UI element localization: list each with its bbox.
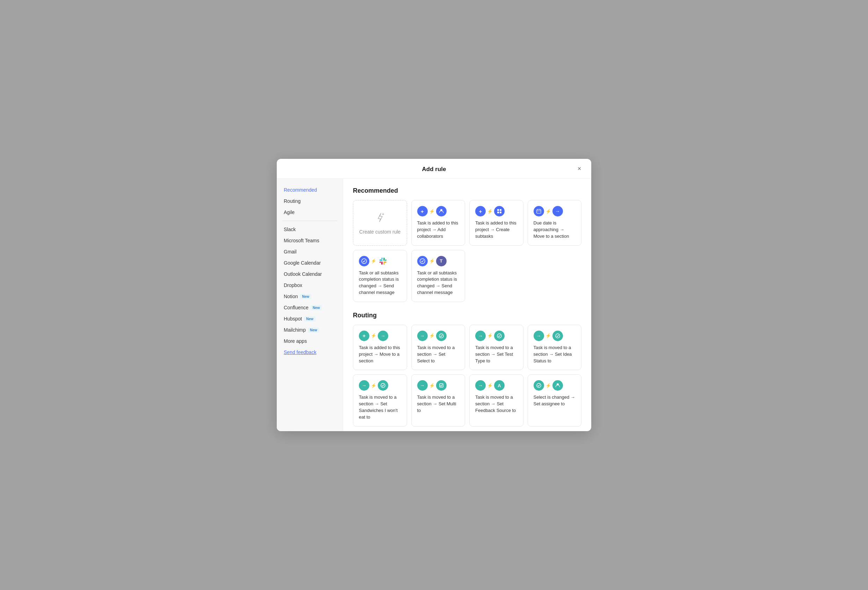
sidebar-item-outlook-calendar[interactable]: Outlook Calendar	[277, 268, 343, 280]
sidebar-item-label: Hubspot	[284, 316, 302, 322]
circle-check-icon	[552, 331, 563, 341]
sidebar-item-label: Recommended	[284, 187, 317, 193]
letter-a-icon: A	[494, 380, 505, 391]
routing-moved-test-type-card[interactable]: → ⚡ Task is moved to a section → Set Tes…	[469, 325, 524, 371]
teams-icon: T	[436, 256, 447, 266]
subtask-icon	[494, 206, 505, 216]
routing-moved-multi-card[interactable]: → ⚡ Task is moved to a section → Set Mul…	[411, 374, 465, 426]
svg-rect-2	[497, 209, 499, 211]
svg-point-14	[556, 334, 560, 338]
svg-point-13	[497, 334, 502, 338]
lightning-icon: ⚡	[371, 258, 376, 263]
routing-task-added-section-card[interactable]: + ⚡ → Task is added to this project → Mo…	[353, 325, 407, 371]
sidebar-item-send-feedback[interactable]: Send feedback	[277, 347, 343, 358]
sidebar-item-google-calendar[interactable]: Google Calendar	[277, 257, 343, 268]
check-icon	[359, 256, 369, 266]
routing-moved-idea-status-card[interactable]: → ⚡ Task is moved to a section → Set Ide…	[528, 325, 582, 371]
arrow-icon: →	[417, 331, 428, 341]
recommended-section-title: Recommended	[353, 187, 582, 194]
routing-moved-feedback-card[interactable]: → ⚡ A Task is moved to a section → Set F…	[469, 374, 524, 426]
sidebar-item-notion[interactable]: Notion New	[277, 291, 343, 302]
card-text: Task is moved to a section → Set Multi t…	[417, 394, 459, 414]
sidebar-item-label: Slack	[284, 227, 296, 232]
svg-text:+: +	[382, 212, 384, 216]
circle-check-icon	[378, 380, 388, 391]
card-text: Task is moved to a section → Set Feedbac…	[475, 394, 518, 414]
check-icon	[417, 256, 428, 266]
sidebar-item-hubspot[interactable]: Hubspot New	[277, 313, 343, 324]
lightning-icon: ⚡	[545, 209, 551, 214]
card-icons: → ⚡	[417, 380, 459, 391]
svg-point-11	[420, 259, 425, 263]
arrow-icon: →	[552, 206, 563, 216]
svg-rect-4	[497, 212, 499, 213]
sidebar-item-recommended[interactable]: Recommended	[277, 184, 343, 196]
sidebar-item-confluence[interactable]: Confluence New	[277, 302, 343, 313]
calendar-icon	[534, 206, 544, 216]
create-custom-rule-card[interactable]: + Create custom rule	[353, 200, 407, 246]
card-icons: + ⚡ →	[359, 331, 401, 341]
lightning-icon: ⚡	[545, 383, 551, 388]
sidebar-item-mailchimp[interactable]: Mailchimp New	[277, 324, 343, 335]
card-icons: ⚡	[534, 380, 576, 391]
new-badge: New	[304, 316, 316, 322]
routing-moved-sandwiches-card[interactable]: → ⚡ Task is moved to a section → Set San…	[353, 374, 407, 426]
new-badge: New	[311, 305, 322, 310]
card-text: Task is added to this project → Add coll…	[417, 220, 459, 240]
recommended-cards-grid: + Create custom rule + ⚡	[353, 200, 582, 302]
sidebar-item-label: Confluence	[284, 305, 309, 310]
lightning-icon: ⚡	[487, 383, 493, 388]
routing-moved-select-card[interactable]: → ⚡ Task is moved to a section → Set Sel…	[411, 325, 465, 371]
card-text: Task is moved to a section → Set Idea St…	[534, 344, 576, 365]
due-date-section-card[interactable]: ⚡ → Due date is approaching → Move to a …	[528, 200, 582, 246]
subtasks-slack-card[interactable]: ⚡	[353, 250, 407, 302]
card-text: Task is added to this project → Move to …	[359, 344, 401, 365]
card-text: Task is added to this project → Create s…	[475, 220, 518, 240]
close-button[interactable]: ×	[574, 164, 584, 174]
card-text: Task is moved to a section → Set Test Ty…	[475, 344, 518, 365]
arrow-icon: →	[475, 331, 486, 341]
lightning-icon: ⚡	[429, 383, 435, 388]
sidebar-item-label: Gmail	[284, 249, 297, 255]
routing-select-assignee-card[interactable]: ⚡ Select is changed → Set assignee to	[528, 374, 582, 426]
svg-rect-16	[440, 384, 443, 387]
lightning-icon: ⚡	[371, 333, 376, 338]
checkbox-icon	[436, 380, 447, 391]
sidebar-item-label: More apps	[284, 338, 307, 344]
card-text: Task or all subtasks completion status i…	[359, 270, 401, 296]
routing-cards-grid: + ⚡ → Task is added to this project → Mo…	[353, 325, 582, 427]
card-icons: → ⚡	[534, 331, 576, 341]
card-text: Due date is approaching → Move to a sect…	[534, 220, 576, 240]
main-content: Recommended + Create custom rule	[343, 179, 591, 431]
sidebar-item-routing[interactable]: Routing	[277, 196, 343, 207]
sidebar-item-label: Outlook Calendar	[284, 271, 322, 277]
lightning-icon: ⚡	[429, 258, 435, 263]
svg-point-12	[439, 334, 443, 338]
task-added-subtasks-card[interactable]: + ⚡ Task is added to this project → Crea…	[469, 200, 524, 246]
modal-body: Recommended Routing Agile Slack Microsof…	[277, 179, 591, 431]
plus-icon: +	[359, 331, 369, 341]
modal-title: Add rule	[422, 166, 446, 173]
arrow-icon: →	[475, 380, 486, 391]
sidebar-item-microsoft-teams[interactable]: Microsoft Teams	[277, 235, 343, 246]
card-icons: → ⚡	[417, 331, 459, 341]
sidebar-item-label: Routing	[284, 198, 301, 204]
svg-rect-6	[537, 209, 541, 213]
sidebar-item-agile[interactable]: Agile	[277, 207, 343, 218]
new-badge: New	[308, 328, 319, 333]
arrow-icon: →	[378, 331, 388, 341]
card-icons: → ⚡ A	[475, 380, 518, 391]
subtasks-teams-card[interactable]: ⚡ T Task or all subtasks completion stat…	[411, 250, 465, 302]
task-added-collaborators-card[interactable]: + ⚡ Task is added to this project → Add …	[411, 200, 465, 246]
card-icons: → ⚡	[359, 380, 401, 391]
sidebar-item-label: Microsoft Teams	[284, 238, 319, 243]
card-icons: + ⚡	[475, 206, 518, 216]
svg-point-15	[381, 383, 385, 387]
sidebar-item-dropbox[interactable]: Dropbox	[277, 280, 343, 291]
sidebar-item-more-apps[interactable]: More apps	[277, 335, 343, 347]
sidebar-item-gmail[interactable]: Gmail	[277, 246, 343, 257]
lightning-icon: ⚡	[429, 209, 435, 214]
create-custom-label: Create custom rule	[359, 229, 400, 235]
sidebar-item-slack[interactable]: Slack	[277, 224, 343, 235]
card-icons: ⚡ T	[417, 256, 459, 266]
